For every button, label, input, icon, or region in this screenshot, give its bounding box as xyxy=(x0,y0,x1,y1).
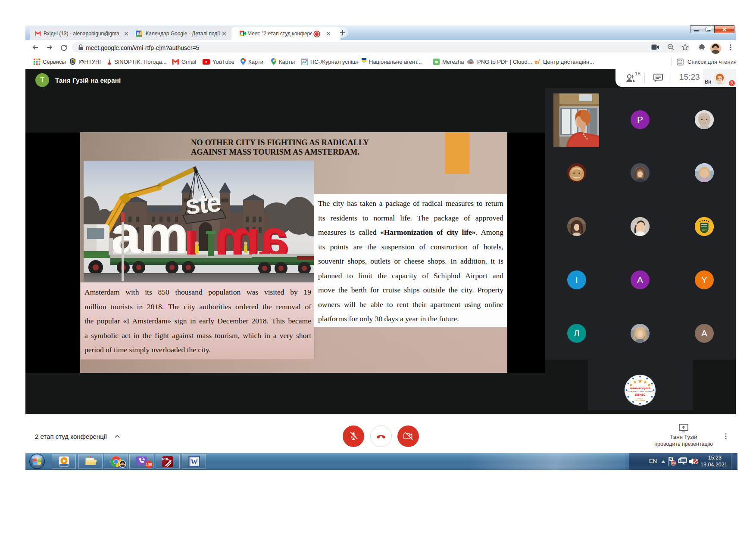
svg-text:МІЖНАРОДНИЙ: МІЖНАРОДНИЙ xyxy=(630,387,651,390)
svg-text:БІЗНЕС: БІЗНЕС xyxy=(635,393,646,396)
svg-text:ГОТЕЛЬНО-ТУРИСТИЧНИЙ: ГОТЕЛЬНО-ТУРИСТИЧНИЙ xyxy=(628,391,653,393)
svg-text:ІФГТ: ІФГТ xyxy=(702,229,707,232)
svg-text:ПРОГРАМА: ПРОГРАМА xyxy=(635,399,645,401)
svg-text:W: W xyxy=(191,458,197,466)
svg-text:13: 13 xyxy=(137,32,141,35)
svg-text:PDF: PDF xyxy=(162,456,169,461)
svg-text:m: m xyxy=(434,60,438,64)
svg-text:m: m xyxy=(534,59,539,64)
